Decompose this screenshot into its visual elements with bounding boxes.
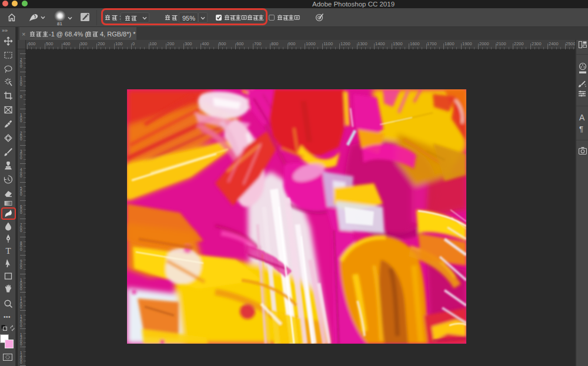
svg-text:T: T [5, 246, 11, 256]
